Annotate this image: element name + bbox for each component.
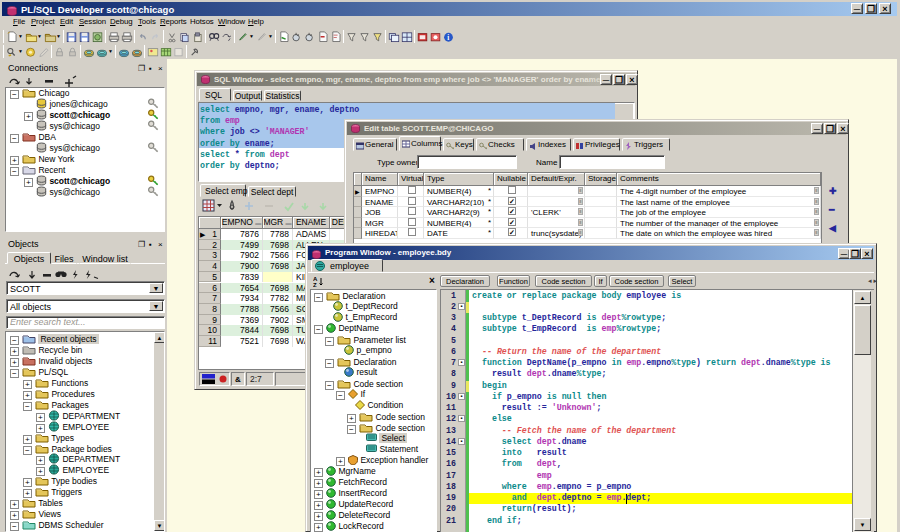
svg-text:i: i: [447, 34, 449, 42]
svg-text:Z: Z: [313, 282, 317, 287]
